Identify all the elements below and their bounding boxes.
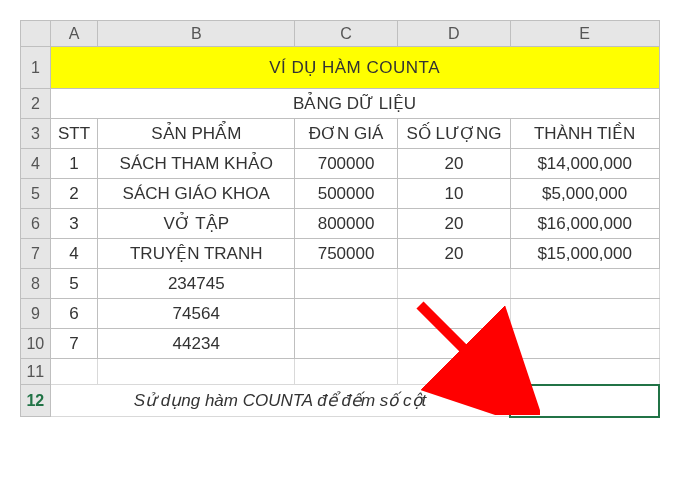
header-don-gia[interactable]: ĐƠN GIÁ [295,119,398,149]
subtitle-cell[interactable]: BẢNG DỮ LIỆU [50,89,659,119]
row-header-2[interactable]: 2 [21,89,51,119]
cell-A4[interactable]: 1 [50,149,98,179]
row-header-12[interactable]: 12 [21,385,51,417]
col-header-E[interactable]: E [510,21,659,47]
cell-C8[interactable] [295,269,398,299]
cell-C10[interactable] [295,329,398,359]
result-cell[interactable]: 7 [510,385,659,417]
spreadsheet-grid[interactable]: A B C D E 1 VÍ DỤ HÀM COUNTA 2 BẢNG DỮ L… [20,20,660,418]
cell-B9[interactable]: 74564 [98,299,295,329]
cell-C9[interactable] [295,299,398,329]
row-header-5[interactable]: 5 [21,179,51,209]
cell-E7[interactable]: $15,000,000 [510,239,659,269]
cell-C5[interactable]: 500000 [295,179,398,209]
cell-A7[interactable]: 4 [50,239,98,269]
cell-D8[interactable] [397,269,510,299]
select-all-corner[interactable] [21,21,51,47]
cell-E11[interactable] [510,359,659,385]
header-so-luong[interactable]: SỐ LƯỢNG [397,119,510,149]
col-header-B[interactable]: B [98,21,295,47]
row-header-7[interactable]: 7 [21,239,51,269]
title-cell[interactable]: VÍ DỤ HÀM COUNTA [50,47,659,89]
cell-D10[interactable] [397,329,510,359]
row-header-9[interactable]: 9 [21,299,51,329]
cell-C11[interactable] [295,359,398,385]
cell-A9[interactable]: 6 [50,299,98,329]
cell-B4[interactable]: SÁCH THAM KHẢO [98,149,295,179]
cell-D4[interactable]: 20 [397,149,510,179]
cell-D11[interactable] [397,359,510,385]
row-header-8[interactable]: 8 [21,269,51,299]
cell-A8[interactable]: 5 [50,269,98,299]
cell-E5[interactable]: $5,000,000 [510,179,659,209]
cell-E4[interactable]: $14,000,000 [510,149,659,179]
cell-C7[interactable]: 750000 [295,239,398,269]
footer-text-cell[interactable]: Sử dụng hàm COUNTA để đếm số cột [50,385,510,417]
cell-C4[interactable]: 700000 [295,149,398,179]
cell-A11[interactable] [50,359,98,385]
col-header-D[interactable]: D [397,21,510,47]
cell-D5[interactable]: 10 [397,179,510,209]
row-header-10[interactable]: 10 [21,329,51,359]
cell-E6[interactable]: $16,000,000 [510,209,659,239]
cell-D7[interactable]: 20 [397,239,510,269]
cell-B11[interactable] [98,359,295,385]
col-header-C[interactable]: C [295,21,398,47]
cell-E8[interactable] [510,269,659,299]
col-header-A[interactable]: A [50,21,98,47]
cell-B10[interactable]: 44234 [98,329,295,359]
cell-B8[interactable]: 234745 [98,269,295,299]
row-header-4[interactable]: 4 [21,149,51,179]
header-san-pham[interactable]: SẢN PHẨM [98,119,295,149]
cell-D9[interactable] [397,299,510,329]
cell-D6[interactable]: 20 [397,209,510,239]
cell-A5[interactable]: 2 [50,179,98,209]
cell-E10[interactable] [510,329,659,359]
cell-B6[interactable]: VỞ TẬP [98,209,295,239]
cell-C6[interactable]: 800000 [295,209,398,239]
cell-A6[interactable]: 3 [50,209,98,239]
row-header-11[interactable]: 11 [21,359,51,385]
cell-E9[interactable] [510,299,659,329]
cell-A10[interactable]: 7 [50,329,98,359]
header-thanh-tien[interactable]: THÀNH TIỀN [510,119,659,149]
cell-B5[interactable]: SÁCH GIÁO KHOA [98,179,295,209]
row-header-1[interactable]: 1 [21,47,51,89]
row-header-3[interactable]: 3 [21,119,51,149]
row-header-6[interactable]: 6 [21,209,51,239]
cell-B7[interactable]: TRUYỆN TRANH [98,239,295,269]
header-stt[interactable]: STT [50,119,98,149]
